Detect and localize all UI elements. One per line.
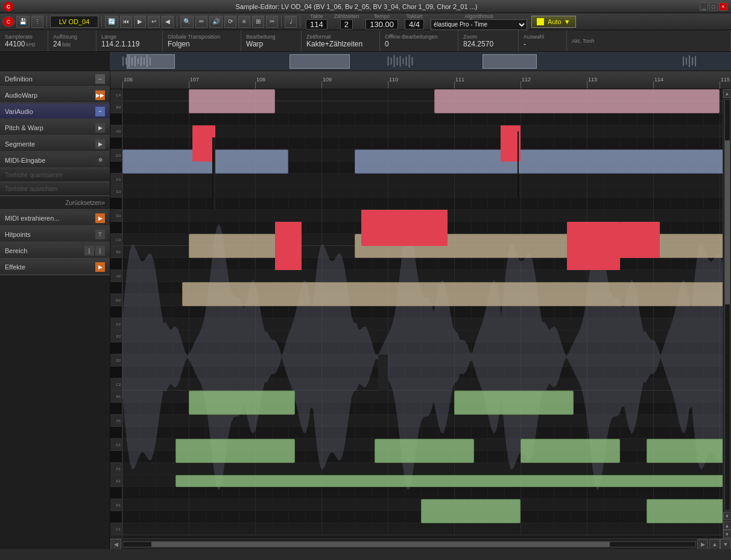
note-block-11[interactable] <box>521 439 620 463</box>
zoom-label: Zoom <box>463 34 513 40</box>
tb-zoom[interactable]: 🔍 <box>180 16 194 28</box>
taktart-value[interactable]: 4/4 <box>405 19 424 30</box>
tb-scissors[interactable]: ✂ <box>266 16 278 28</box>
takte-value[interactable]: 114 <box>306 19 328 30</box>
auto-button[interactable]: Auto ▼ <box>531 16 576 28</box>
waveform-overview-display[interactable] <box>110 52 731 71</box>
vertical-scrollbar[interactable]: ▲ ▼ ▲ ▼ <box>723 89 731 538</box>
note-block-13[interactable] <box>421 499 521 523</box>
piano-key-G1: G1 <box>110 439 122 451</box>
definition-button[interactable]: Definition ↔ <box>0 71 110 87</box>
segmente-button[interactable]: Segmente ▶ <box>0 136 110 152</box>
note-block-8[interactable] <box>454 391 574 415</box>
note-block-6[interactable] <box>182 282 723 306</box>
pitch-warp-label: Pitch & Warp <box>5 124 43 131</box>
minimize-button[interactable]: _ <box>700 2 708 11</box>
zahlzeiten-value[interactable]: 2 <box>340 19 353 30</box>
hscroll-right3[interactable]: ▼ <box>720 539 731 550</box>
tb-pencil[interactable]: ✏ <box>195 16 207 28</box>
tonhoehe-quantisieren-button[interactable]: Tonhöhe quantisieren <box>0 169 110 182</box>
tb-loop[interactable]: ⟳ <box>224 16 236 28</box>
close-button[interactable]: × <box>719 2 727 11</box>
samplerate-cell: Samplerate 44100 kHz <box>0 30 48 51</box>
toolbar-btn2[interactable]: ⋮ <box>31 16 43 28</box>
note-block-0[interactable] <box>189 89 275 113</box>
tb-repeat[interactable]: ↩ <box>148 16 160 28</box>
piano-key-C4: C4 <box>110 89 122 101</box>
ruler[interactable]: 106107108109110111112113114115 <box>110 71 731 89</box>
piano-key-Bb3 <box>110 113 122 125</box>
piano-key-G2: G2 <box>110 294 122 306</box>
hscroll-right2[interactable]: ▲ <box>709 539 720 550</box>
algo-label: Algorithmus <box>464 13 493 19</box>
vscroll-thumb[interactable] <box>725 140 730 304</box>
audiowarp-button[interactable]: AudioWarp ▶▶ <box>0 87 110 103</box>
note-block-7[interactable] <box>189 391 295 415</box>
tempo-value[interactable]: 130.00 <box>366 19 398 30</box>
piano-key-F3: F3 <box>110 174 122 186</box>
ruler-tick-108: 108 <box>255 81 256 89</box>
note-block-3[interactable] <box>355 149 723 174</box>
grid-row-A1 <box>122 415 723 427</box>
vscroll-down[interactable]: ▼ <box>723 512 732 520</box>
tb-play[interactable]: ▶ <box>134 16 146 28</box>
ruler-tick-107: 107 <box>189 81 189 89</box>
algo-select[interactable]: élastique Pro - Time <box>431 19 527 30</box>
variaudio-button[interactable]: VariAudio ~ <box>0 104 110 119</box>
maximize-button[interactable]: □ <box>709 2 718 11</box>
horizontal-scrollbar[interactable]: ◀ ▶ ▲ ▼ <box>110 538 731 549</box>
piano-key-Bb2 <box>110 258 122 270</box>
vscroll-extra1[interactable]: ▲ <box>723 521 732 530</box>
hitpoints-button[interactable]: Hitpoints ⊤ <box>0 227 110 242</box>
toolbar-save[interactable]: 💾 <box>16 16 30 28</box>
tonhoehe-ausrichten-label: Tonhöhe ausrichten <box>5 186 57 192</box>
note-block-1[interactable] <box>434 89 720 113</box>
note-block-9[interactable] <box>176 439 295 463</box>
tb-snap[interactable]: ⊞ <box>252 16 264 28</box>
note-block-4[interactable] <box>189 234 288 258</box>
toolbar-icon-1[interactable]: C <box>2 16 14 27</box>
takte-label: Takte <box>310 13 323 19</box>
pitch-curve-1 <box>517 131 519 198</box>
note-block-12[interactable] <box>647 439 723 463</box>
midi-extrahieren-section: MIDI extrahieren... ▶ <box>0 210 110 227</box>
infobar: Samplerate 44100 kHz Auflösung 24 bits L… <box>0 30 731 52</box>
hscroll-right1[interactable]: ▶ <box>697 539 708 550</box>
bereich-button[interactable]: Bereich | | <box>0 243 110 259</box>
tb-bars[interactable]: ≡ <box>238 16 250 28</box>
note-block-14[interactable] <box>647 499 723 523</box>
definition-icon: ↔ <box>95 74 105 84</box>
midi-extrahieren-button[interactable]: MIDI extrahieren... ▶ <box>0 210 110 226</box>
piano-keys-container: C4B3A3G3F3E3D3C3B2A2G2F2E2D2C2B1A1G1F1E1… <box>110 89 122 535</box>
hitpoints-icon: ⊤ <box>95 230 105 239</box>
piano-key-F1: F1 <box>110 463 122 475</box>
hscroll-track[interactable] <box>122 541 696 547</box>
tb-arrow[interactable]: 🔄 <box>105 16 118 28</box>
tb-rewind[interactable]: ⏮ <box>120 16 132 28</box>
grid-row-F1 <box>122 463 723 475</box>
akt-cell: Akt. Tonh <box>567 30 731 51</box>
window-controls[interactable]: _ □ × <box>700 2 727 11</box>
vscroll-up[interactable]: ▲ <box>723 89 732 98</box>
waveform-overview[interactable] <box>0 52 731 71</box>
audiowarp-icon: ▶▶ <box>95 90 105 100</box>
pitch-warp-button[interactable]: Pitch & Warp ▶ <box>0 120 110 136</box>
tb-speaker[interactable]: 🔊 <box>209 16 223 28</box>
grid-container[interactable] <box>122 89 723 538</box>
hscroll-left[interactable]: ◀ <box>110 539 121 550</box>
note-block-10[interactable] <box>375 439 474 463</box>
transposition-label: Globale Transposition <box>168 34 236 40</box>
hscroll-thumb[interactable] <box>151 542 609 547</box>
effekte-button[interactable]: Effekte ▶ <box>0 259 110 275</box>
tonhoehe-ausrichten-button[interactable]: Tonhöhe ausrichten <box>0 183 110 196</box>
note-block-15[interactable] <box>176 475 723 487</box>
aufloesung-value: 24 <box>53 40 61 48</box>
zuruecksetzen-button[interactable]: Zurücksetzen» <box>0 197 110 210</box>
piano-key-B1: B1 <box>110 391 122 403</box>
midi-extrahieren-icon: ▶ <box>95 213 105 223</box>
tb-back[interactable]: ◀ <box>162 16 174 28</box>
vscroll-track[interactable] <box>724 99 730 511</box>
midi-eingabe-button[interactable]: MIDI-Eingabe ⚙ <box>0 153 110 168</box>
tb-metronome[interactable]: ♩ <box>285 16 297 28</box>
vscroll-extra2[interactable]: ▼ <box>723 530 732 538</box>
